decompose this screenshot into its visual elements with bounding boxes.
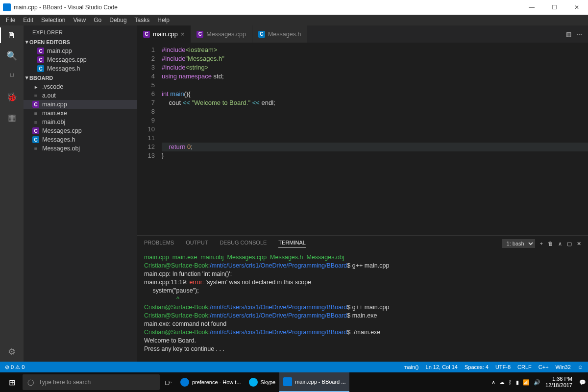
- status-item[interactable]: ⊘ 0 ⚠ 0: [5, 364, 24, 370]
- sidebar-explorer: EXPLORER ▾ OPEN EDITORS Cmain.cppCMessag…: [24, 25, 137, 362]
- file-tree-item[interactable]: ≡Messages.obj: [24, 144, 137, 153]
- open-editor-item[interactable]: CMessages.h: [24, 64, 137, 73]
- terminal-output[interactable]: main.cpp main.exe main.obj Messages.cpp …: [137, 251, 588, 362]
- status-item[interactable]: ☺: [578, 364, 583, 370]
- menu-help[interactable]: Help: [153, 16, 173, 24]
- tray-battery-icon[interactable]: ▮: [516, 379, 519, 386]
- split-editor-icon[interactable]: ▥: [566, 31, 571, 38]
- status-item[interactable]: UTF-8: [495, 364, 511, 370]
- menu-view[interactable]: View: [69, 16, 90, 24]
- panel-tab-output[interactable]: OUTPUT: [186, 240, 208, 248]
- start-button[interactable]: ⊞: [2, 372, 22, 392]
- bottom-panel: PROBLEMSOUTPUTDEBUG CONSOLETERMINAL 1: b…: [137, 235, 588, 362]
- file-icon: C: [32, 136, 39, 143]
- search-placeholder: Type here to search: [39, 379, 91, 386]
- extensions-icon[interactable]: ▦: [6, 112, 18, 123]
- minimize-button[interactable]: —: [520, 0, 543, 15]
- open-editor-item[interactable]: CMessages.cpp: [24, 55, 137, 64]
- menu-file[interactable]: File: [2, 16, 19, 24]
- new-terminal-icon[interactable]: +: [540, 241, 543, 246]
- panel-close-icon[interactable]: ✕: [577, 241, 581, 247]
- file-icon: ≡: [32, 119, 39, 125]
- task-view-button[interactable]: ▢▫: [161, 372, 175, 392]
- menu-go[interactable]: Go: [90, 16, 105, 24]
- statusbar: ⊘ 0 ⚠ 0 main()Ln 12, Col 14Spaces: 4UTF-…: [0, 362, 588, 372]
- menubar: FileEditSelectionViewGoDebugTasksHelp: [0, 15, 588, 25]
- file-tree-item[interactable]: ▸.vscode: [24, 82, 137, 91]
- editor-tabbar: Cmain.cpp×CMessages.cppCMessages.h ▥ ⋯: [137, 25, 588, 43]
- panel-tab-terminal[interactable]: TERMINAL: [278, 240, 306, 248]
- taskbar-app[interactable]: main.cpp - BBoard ...: [279, 372, 349, 392]
- taskbar-search[interactable]: ◯ Type here to search: [23, 374, 160, 390]
- editor-tab[interactable]: CMessages.h: [252, 25, 307, 43]
- debug-icon[interactable]: 🐞: [6, 91, 18, 103]
- file-icon: C: [37, 48, 44, 54]
- edge-icon: [180, 378, 189, 387]
- file-tree-item[interactable]: Cmain.cpp: [24, 100, 137, 109]
- status-item[interactable]: Spaces: 4: [465, 364, 489, 370]
- tray-bluetooth-icon[interactable]: ᛒ: [509, 379, 512, 386]
- menu-debug[interactable]: Debug: [105, 16, 130, 24]
- vscode-icon: [283, 377, 292, 386]
- more-actions-icon[interactable]: ⋯: [576, 31, 582, 38]
- open-editors-header[interactable]: ▾ OPEN EDITORS: [24, 37, 137, 47]
- scm-icon[interactable]: ⑂: [6, 71, 18, 82]
- close-button[interactable]: ✕: [565, 0, 588, 15]
- open-editor-item[interactable]: Cmain.cpp: [24, 47, 137, 55]
- cortana-icon: ◯: [27, 379, 34, 386]
- menu-selection[interactable]: Selection: [37, 16, 69, 24]
- file-icon: C: [32, 101, 39, 108]
- panel-tab-debug console[interactable]: DEBUG CONSOLE: [220, 240, 267, 248]
- close-tab-icon[interactable]: ×: [181, 30, 185, 38]
- file-icon: C: [37, 65, 44, 72]
- sidebar-title: EXPLORER: [24, 25, 137, 37]
- file-icon: C: [32, 127, 39, 134]
- file-icon: ≡: [32, 92, 39, 99]
- file-icon: C: [37, 56, 44, 63]
- file-icon: ≡: [32, 110, 39, 117]
- tray-onedrive-icon[interactable]: ☁: [499, 379, 505, 386]
- panel-tab-problems[interactable]: PROBLEMS: [144, 240, 174, 248]
- status-item[interactable]: CRLF: [517, 364, 532, 370]
- file-tree-item[interactable]: ≡main.obj: [24, 118, 137, 126]
- file-tree-item[interactable]: ≡a.out: [24, 91, 137, 100]
- notifications-icon[interactable]: 💬: [579, 379, 586, 386]
- file-tree-item[interactable]: CMessages.h: [24, 135, 137, 144]
- editor-tab[interactable]: CMessages.cpp: [191, 25, 252, 43]
- status-item[interactable]: Win32: [556, 364, 571, 370]
- file-icon: ▸: [32, 83, 39, 90]
- settings-icon[interactable]: ⚙: [6, 346, 18, 358]
- maximize-button[interactable]: ☐: [543, 0, 565, 15]
- search-icon[interactable]: 🔍: [6, 50, 18, 62]
- tray-up-icon[interactable]: ∧: [491, 379, 495, 386]
- tray-wifi-icon[interactable]: 📶: [523, 379, 530, 386]
- file-icon: C: [196, 31, 203, 38]
- status-item[interactable]: C++: [539, 364, 549, 370]
- tray-volume-icon[interactable]: 🔊: [534, 379, 540, 386]
- file-icon: C: [143, 31, 150, 38]
- terminal-select[interactable]: 1: bash: [502, 239, 535, 248]
- file-tree-item[interactable]: ≡main.exe: [24, 109, 137, 118]
- kill-terminal-icon[interactable]: 🗑: [548, 241, 553, 246]
- status-item[interactable]: main(): [403, 364, 418, 370]
- taskbar-app[interactable]: Skype: [245, 372, 280, 392]
- panel-maximize-icon[interactable]: ▢: [567, 241, 572, 247]
- windows-taskbar: ⊞ ◯ Type here to search ▢▫ preference - …: [0, 372, 588, 392]
- taskbar-clock[interactable]: 1:36 PM 12/18/2017: [545, 376, 574, 389]
- taskbar-app[interactable]: preference - How t...: [176, 372, 245, 392]
- code-editor[interactable]: 12345678910111213 #include<iostream>#inc…: [137, 43, 588, 235]
- vscode-logo-icon: [3, 3, 11, 11]
- window-titlebar: main.cpp - BBoard - Visual Studio Code —…: [0, 0, 588, 15]
- file-icon: ≡: [32, 145, 39, 152]
- file-icon: C: [258, 31, 265, 38]
- folder-header[interactable]: ▾ BBOARD: [24, 73, 137, 82]
- explorer-icon[interactable]: 🗎: [6, 29, 18, 41]
- window-title: main.cpp - BBoard - Visual Studio Code: [14, 4, 118, 11]
- file-tree-item[interactable]: CMessages.cpp: [24, 126, 137, 135]
- menu-tasks[interactable]: Tasks: [131, 16, 154, 24]
- editor-tab[interactable]: Cmain.cpp×: [137, 25, 191, 43]
- status-item[interactable]: Ln 12, Col 14: [426, 364, 458, 370]
- panel-up-icon[interactable]: ∧: [558, 241, 562, 247]
- activity-bar: 🗎 🔍 ⑂ 🐞 ▦ ⚙: [0, 25, 24, 362]
- menu-edit[interactable]: Edit: [19, 16, 37, 24]
